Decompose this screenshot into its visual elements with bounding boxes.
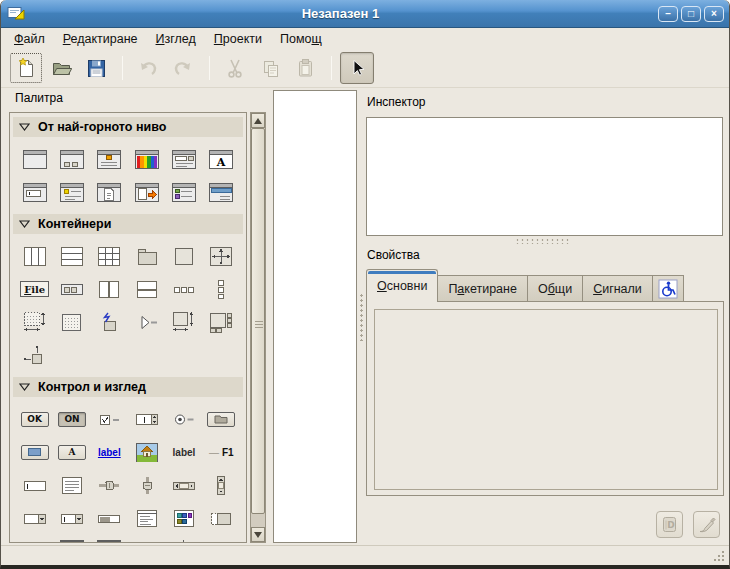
- close-button[interactable]: ×: [704, 6, 724, 22]
- palette-item-hpaned[interactable]: [91, 278, 128, 300]
- palette-section-toplevels[interactable]: От най-горното ниво: [13, 117, 243, 137]
- palette-item-toolbar[interactable]: [53, 278, 90, 300]
- properties-empty-frame: [374, 309, 718, 490]
- palette-panel: От най-горното ниво A Контейнери: [9, 112, 247, 543]
- palette-item-label[interactable]: label: [165, 441, 202, 463]
- palette-item-radio-button[interactable]: [165, 408, 202, 430]
- palette-item-font-selection-dialog[interactable]: A: [203, 148, 240, 170]
- palette-item-input-dialog[interactable]: [16, 181, 53, 203]
- palette-item-fixed[interactable]: [203, 245, 240, 267]
- tab-signals[interactable]: Сигнали: [583, 275, 653, 302]
- palette-item-vbutton-box[interactable]: [203, 278, 240, 300]
- toolbar-separator: [209, 56, 210, 80]
- palette-item-toggle-button[interactable]: ON: [53, 408, 90, 430]
- clipped-palette-item[interactable]: [60, 540, 84, 543]
- palette-item-combo-box-entry[interactable]: [53, 507, 90, 529]
- palette-item-tree-view[interactable]: [128, 507, 165, 529]
- palette-item-viewport[interactable]: [203, 311, 240, 333]
- palette-item-link-button[interactable]: label: [91, 441, 128, 463]
- palette-item-assistant[interactable]: [128, 181, 165, 203]
- tab-accessibility[interactable]: [653, 275, 684, 302]
- palette-item-list-dialog[interactable]: [203, 181, 240, 203]
- palette-item-dialog[interactable]: [53, 148, 90, 170]
- scroll-up-button[interactable]: [251, 113, 265, 128]
- palette-item-file-chooser-dialog[interactable]: [165, 148, 202, 170]
- palette-item-handle-box[interactable]: [91, 311, 128, 333]
- palette-item-frame[interactable]: [165, 245, 202, 267]
- svg-text:D: D: [667, 520, 674, 530]
- palette-item-hscale[interactable]: [91, 474, 128, 496]
- horizontal-pane-handle[interactable]: [515, 238, 571, 244]
- palette-item-alignment[interactable]: [16, 344, 53, 366]
- palette-item-hscrollbar[interactable]: [165, 474, 202, 496]
- clipped-palette-item[interactable]: [97, 540, 121, 543]
- menu-edit[interactable]: Редактиране: [54, 30, 147, 48]
- palette-item-accel-label[interactable]: — F1: [203, 441, 240, 463]
- palette-item-button[interactable]: OK: [16, 408, 53, 430]
- palette-item-color-selection-dialog[interactable]: [128, 148, 165, 170]
- expander-open-icon: [19, 220, 30, 228]
- palette-item-text-view[interactable]: [53, 474, 90, 496]
- maximize-button[interactable]: □: [681, 6, 701, 22]
- palette-item-hbox[interactable]: [16, 245, 53, 267]
- glade-main-window: Незапазен 1 – □ × Файл Редактиране Изгле…: [0, 0, 730, 569]
- menu-help[interactable]: Помощ: [271, 30, 331, 48]
- palette-item-window[interactable]: [16, 148, 53, 170]
- palette-item-color-button[interactable]: [16, 441, 53, 463]
- menu-view[interactable]: Изглед: [147, 30, 205, 48]
- vertical-pane-handle[interactable]: [359, 293, 364, 341]
- palette-item-table[interactable]: [91, 245, 128, 267]
- copy-icon: [259, 57, 281, 79]
- palette-item-vbox[interactable]: [53, 245, 90, 267]
- palette-item-font-button[interactable]: A: [53, 441, 90, 463]
- palette-item-notebook[interactable]: [128, 245, 165, 267]
- palette-item-vscrollbar[interactable]: [203, 474, 240, 496]
- palette-item-check-button[interactable]: [91, 408, 128, 430]
- palette-section-containers[interactable]: Контейнери: [13, 214, 243, 234]
- palette-section-controls[interactable]: Контрол и изглед: [13, 377, 243, 397]
- resize-grip[interactable]: [712, 549, 725, 562]
- titlebar[interactable]: Незапазен 1 – □ ×: [1, 0, 729, 28]
- menubar: Файл Редактиране Изглед Проекти Помощ: [1, 28, 729, 49]
- palette-item-drawing-area[interactable]: [53, 311, 90, 333]
- menu-file[interactable]: Файл: [5, 30, 54, 48]
- palette-item-menu-bar[interactable]: File: [16, 278, 53, 300]
- edit-brush-icon: [697, 515, 716, 534]
- palette-item-file-chooser-widget[interactable]: [165, 181, 202, 203]
- palette-item-combo-box[interactable]: [16, 507, 53, 529]
- clipped-palette-item[interactable]: [183, 540, 184, 543]
- palette-item-cell-view[interactable]: [203, 507, 240, 529]
- inspector-tree[interactable]: [366, 117, 723, 236]
- minimize-button[interactable]: –: [658, 6, 678, 22]
- palette-scrollbar[interactable]: [250, 112, 266, 543]
- palette-item-layout[interactable]: [16, 311, 53, 333]
- scrollbar-thumb[interactable]: [251, 128, 265, 514]
- palette-item-progress-bar[interactable]: [91, 507, 128, 529]
- design-canvas[interactable]: [273, 90, 357, 543]
- selector-button[interactable]: [340, 52, 374, 84]
- cut-scissors-icon: [224, 57, 246, 79]
- palette-item-image[interactable]: [128, 441, 165, 463]
- palette-item-expander[interactable]: [128, 311, 165, 333]
- expander-open-icon: [19, 123, 30, 131]
- save-project-button[interactable]: [79, 52, 113, 84]
- palette-item-entry[interactable]: [16, 474, 53, 496]
- tab-packing[interactable]: Пакетиране: [438, 275, 528, 302]
- palette-item-message-dialog[interactable]: [91, 148, 128, 170]
- palette-item-spin-button[interactable]: [128, 408, 165, 430]
- properties-label: Свойства: [367, 248, 420, 262]
- new-project-button[interactable]: [9, 52, 43, 84]
- palette-item-vpaned[interactable]: [128, 278, 165, 300]
- scroll-down-button[interactable]: [251, 527, 265, 542]
- menu-projects[interactable]: Проекти: [205, 30, 271, 48]
- palette-item-file-chooser-button[interactable]: [203, 408, 240, 430]
- palette-item-scrolled-window[interactable]: [165, 311, 202, 333]
- palette-item-icon-view[interactable]: [165, 507, 202, 529]
- palette-item-vscale[interactable]: [128, 474, 165, 496]
- open-project-button[interactable]: [44, 52, 78, 84]
- tab-general[interactable]: Основни: [366, 269, 438, 302]
- palette-item-about-dialog[interactable]: [91, 181, 128, 203]
- palette-item-recent-chooser-dialog[interactable]: [53, 181, 90, 203]
- tab-common[interactable]: Общи: [528, 275, 583, 302]
- palette-item-hbutton-box[interactable]: [165, 278, 202, 300]
